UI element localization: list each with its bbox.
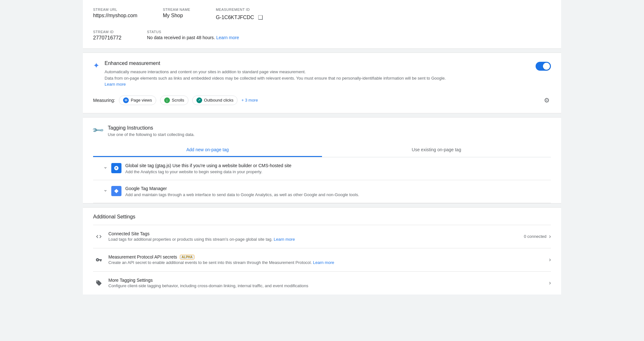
connected-site-tags-title: Connected Site Tags [108, 231, 524, 236]
measurement-protocol-title: Measurement Protocol API secrets ALPHA [108, 254, 549, 259]
measurement-id-group: MEASUREMENT ID G-1C6KTJFCDC ❑ [216, 8, 264, 22]
connected-site-tags-count: 0 connected [524, 234, 546, 239]
toggle-track [536, 62, 551, 71]
connected-site-tags-desc: Load tags for additional properties or p… [108, 237, 524, 242]
measurement-protocol-icon [93, 254, 105, 266]
settings-item-connected-site-tags[interactable]: Connected Site Tags Load tags for additi… [93, 225, 551, 248]
measuring-label: Measuring: [93, 98, 115, 103]
measuring-left: Measuring: 👁 Page views ↕ Scrolls ↗ Outb… [93, 96, 258, 105]
em-content: Enhanced measurement Automatically measu… [105, 60, 455, 88]
global-site-tag-content: Global site tag (gtag.js) Use this if yo… [125, 163, 291, 174]
em-desc-line2: Data from on-page elements such as links… [105, 75, 455, 88]
stream-id-group: STREAM ID 2770716772 [93, 30, 121, 41]
pill-outbound-clicks: ↗ Outbound clicks [192, 96, 238, 105]
toggle-thumb [543, 63, 550, 70]
tagging-content: Tagging Instructions Use one of the foll… [108, 125, 194, 137]
more-tagging-content: More Tagging Settings Configure client-s… [108, 278, 549, 288]
measurement-id-row: G-1C6KTJFCDC ❑ [216, 13, 264, 22]
status-label: STATUS [147, 30, 239, 34]
measuring-row: Measuring: 👁 Page views ↕ Scrolls ↗ Outb… [93, 95, 551, 105]
measurement-protocol-desc: Create an API secret to enable additiona… [108, 260, 549, 265]
additional-settings: Additional Settings Connected Site Tags … [83, 207, 561, 295]
connected-site-tags-learn-more[interactable]: Learn more [274, 237, 295, 242]
enhanced-measurement-card: ✦ Enhanced measurement Automatically mea… [83, 53, 561, 113]
tagging-wrench-icon: 🔧 [91, 124, 104, 137]
status-learn-more-link[interactable]: Learn more [216, 35, 239, 40]
tagging-title: Tagging Instructions [108, 125, 194, 131]
measurement-protocol-content: Measurement Protocol API secrets ALPHA C… [108, 254, 549, 265]
scrolls-icon: ↕ [164, 97, 170, 103]
page-views-icon: 👁 [123, 97, 129, 103]
tagging-desc: Use one of the following to start collec… [108, 132, 194, 137]
top-card: STREAM URL https://myshop.com STREAM NAM… [83, 0, 561, 49]
pill-outbound-clicks-label: Outbound clicks [204, 98, 234, 103]
stream-url-label: STREAM URL [93, 8, 137, 11]
tag-item-global-site-tag: ⌄ Global site tag (gtag.js) Use this if … [93, 157, 551, 180]
tabs-row: Add new on-page tag Use existing on-page… [93, 143, 551, 157]
stream-id-label: STREAM ID [93, 30, 121, 34]
pill-scrolls-label: Scrolls [172, 98, 184, 103]
stream-name-label: STREAM NAME [163, 8, 190, 11]
connected-site-tags-right: 0 connected › [524, 233, 551, 240]
google-tag-manager-desc: Add and maintain tags through a web inte… [125, 192, 359, 197]
em-desc-line1: Automatically measure interactions and c… [105, 69, 455, 75]
em-title: Enhanced measurement [105, 60, 455, 66]
gear-icon[interactable]: ⚙ [543, 95, 551, 105]
google-tag-manager-content: Google Tag Manager Add and maintain tags… [125, 186, 359, 197]
em-header-left: ✦ Enhanced measurement Automatically mea… [93, 60, 455, 88]
more-tagging-icon [93, 277, 105, 289]
tagging-card: 🔧 Tagging Instructions Use one of the fo… [83, 117, 561, 203]
main-container: STREAM URL https://myshop.com STREAM NAM… [83, 0, 561, 295]
status-group: STATUS No data received in past 48 hours… [147, 30, 239, 41]
global-site-tag-desc: Add the Analytics tag to your website to… [125, 169, 291, 174]
measurement-protocol-right: › [549, 256, 551, 263]
additional-settings-title: Additional Settings [93, 214, 551, 220]
pill-scrolls: ↕ Scrolls [160, 96, 188, 105]
expand-global-site-tag-icon[interactable]: ⌄ [103, 164, 107, 170]
stream-name-value: My Shop [163, 13, 190, 18]
pill-page-views: 👁 Page views [119, 96, 156, 105]
measurement-protocol-chevron-icon: › [549, 256, 551, 263]
google-tag-manager-icon [111, 186, 121, 196]
tagging-header: 🔧 Tagging Instructions Use one of the fo… [93, 125, 551, 137]
bottom-info-row: STREAM ID 2770716772 STATUS No data rece… [93, 30, 551, 41]
stream-url-group: STREAM URL https://myshop.com [93, 8, 137, 22]
more-pill[interactable]: + 3 more [241, 98, 258, 103]
stream-name-group: STREAM NAME My Shop [163, 8, 190, 22]
stream-url-value: https://myshop.com [93, 13, 137, 18]
measurement-id-value: G-1C6KTJFCDC [216, 15, 254, 20]
global-site-tag-title: Global site tag (gtag.js) Use this if yo… [125, 163, 291, 168]
connected-site-tags-icon [93, 231, 105, 242]
pill-page-views-label: Page views [131, 98, 152, 103]
stream-id-value: 2770716772 [93, 35, 121, 41]
measurement-protocol-learn-more[interactable]: Learn more [313, 260, 334, 265]
tab-use-existing-on-page-tag[interactable]: Use existing on-page tag [322, 143, 551, 157]
copy-icon[interactable]: ❑ [257, 13, 264, 22]
alpha-badge: ALPHA [180, 255, 194, 259]
tab-add-new-on-page-tag[interactable]: Add new on-page tag [93, 143, 322, 157]
settings-item-measurement-protocol[interactable]: Measurement Protocol API secrets ALPHA C… [93, 248, 551, 271]
settings-item-more-tagging[interactable]: More Tagging Settings Configure client-s… [93, 271, 551, 295]
enhanced-measurement-toggle[interactable] [536, 62, 551, 71]
em-learn-more-link[interactable]: Learn more [105, 82, 126, 87]
enhanced-measurement-icon: ✦ [93, 61, 99, 70]
more-tagging-desc: Configure client-side tagging behavior, … [108, 283, 549, 288]
tag-item-google-tag-manager: ⌄ Google Tag Manager Add and maintain ta… [93, 180, 551, 203]
more-tagging-chevron-icon: › [549, 280, 551, 286]
global-site-tag-icon [111, 163, 121, 173]
connected-site-tags-chevron-icon: › [549, 233, 551, 240]
status-value: No data received in past 48 hours. Learn… [147, 35, 239, 40]
measurement-id-label: MEASUREMENT ID [216, 8, 264, 11]
google-tag-manager-title: Google Tag Manager [125, 186, 359, 191]
em-header: ✦ Enhanced measurement Automatically mea… [93, 60, 551, 88]
top-info-row: STREAM URL https://myshop.com STREAM NAM… [93, 8, 551, 22]
connected-site-tags-content: Connected Site Tags Load tags for additi… [108, 231, 524, 242]
more-tagging-right: › [549, 280, 551, 286]
more-tagging-title: More Tagging Settings [108, 278, 549, 283]
outbound-clicks-icon: ↗ [196, 97, 202, 103]
expand-google-tag-manager-icon[interactable]: ⌄ [103, 187, 107, 193]
